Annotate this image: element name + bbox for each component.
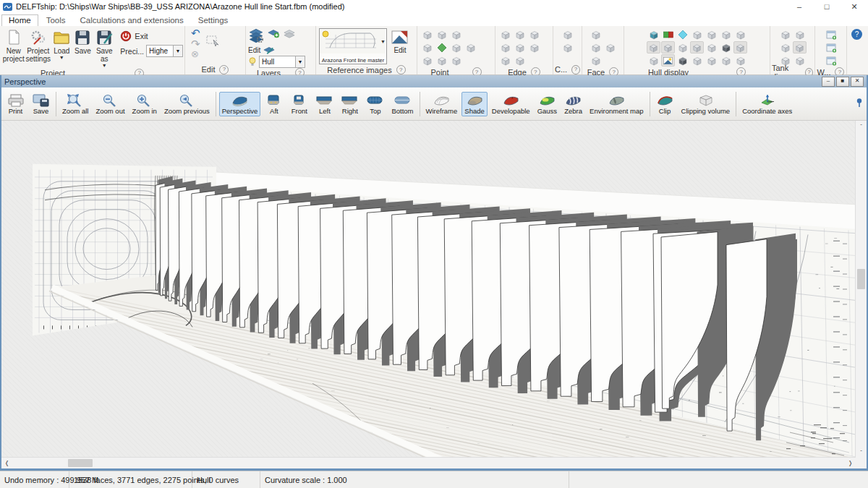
vertical-scrollbar[interactable]: ˇ︎ ˇ [855, 121, 867, 458]
project-settings-button[interactable]: Project settings [26, 27, 51, 63]
undo-icon[interactable]: ↶ [191, 27, 200, 38]
point-tool-icon-0-1[interactable] [435, 28, 448, 40]
save-as-dropdown-arrow[interactable]: ▼ [102, 63, 107, 69]
layer-visibility-bulb-icon[interactable] [247, 56, 258, 67]
edge-tool-icon-1-1[interactable] [513, 41, 527, 53]
scroll-up-arrow[interactable]: ˇ︎ [856, 121, 867, 132]
hide-layer-icon[interactable] [282, 27, 297, 39]
perspective-maximize-button[interactable]: ■ [836, 77, 849, 87]
hull-display-tool-icon-2-1[interactable] [661, 54, 675, 67]
layer-dropdown-arrow[interactable]: ▼ [295, 56, 305, 67]
vertical-scroll-thumb[interactable] [857, 269, 865, 289]
hull-display-tool-icon-1-5[interactable] [719, 41, 733, 53]
load-button[interactable]: Load ▼ [51, 27, 73, 61]
edge-tool-icon-1-0[interactable] [498, 41, 512, 53]
save-button[interactable]: Save [73, 27, 93, 55]
view-button-right[interactable]: Right [338, 92, 362, 116]
maximize-button[interactable]: □ [813, 0, 841, 13]
perspective-minimize-button[interactable]: – [822, 77, 835, 87]
view-button-clip[interactable]: Clip [653, 92, 677, 116]
point-tool-icon-1-2[interactable] [449, 41, 463, 53]
windows-group-tool-icon-0-0[interactable] [824, 28, 838, 40]
new-project-button[interactable]: New project [1, 27, 26, 63]
face-tool-icon-2-0[interactable] [589, 54, 603, 67]
edit-help-icon[interactable]: ? [219, 65, 229, 74]
view-button-clipping-volume[interactable]: Clipping volume [678, 92, 733, 116]
hull-display-tool-icon-0-1[interactable] [661, 28, 675, 40]
redo-icon[interactable]: ↷ [191, 38, 200, 49]
tab-calculations-and-extensions[interactable]: Calculations and extensions [74, 15, 190, 26]
edge-tool-icon-1-2[interactable] [527, 41, 541, 53]
view-button-left[interactable]: Left [312, 92, 336, 116]
toolbar-pushpin-icon[interactable] [855, 98, 864, 111]
face-tool-icon-0-0[interactable] [589, 28, 603, 40]
point-tool-icon-0-0[interactable] [420, 28, 434, 40]
point-tool-icon-1-0[interactable] [420, 41, 434, 53]
tank-display-tool-icon-1-0[interactable] [778, 41, 792, 53]
minimize-button[interactable]: – [786, 0, 813, 13]
reference-image-selector[interactable]: ▼ Arazona Front line master [319, 28, 387, 64]
point-tool-icon-2-0[interactable] [420, 54, 434, 67]
view-button-zoom-in[interactable]: Zoom in [129, 92, 160, 116]
reference-image-dropdown-arrow[interactable]: ▼ [380, 39, 386, 44]
edge-tool-icon-0-1[interactable] [513, 28, 527, 40]
point-tool-icon-1-1[interactable] [435, 41, 448, 53]
tank-display-tool-icon-1-1[interactable] [793, 41, 807, 53]
reference-images-help-icon[interactable]: ? [396, 65, 406, 74]
edge-tool-icon-0-2[interactable] [527, 28, 541, 40]
hull-display-tool-icon-2-0[interactable] [647, 54, 660, 67]
precision-dropdown-arrow[interactable]: ▼ [173, 46, 182, 56]
hull-display-tool-icon-2-2[interactable] [676, 54, 689, 67]
hull-display-tool-icon-1-2[interactable] [676, 41, 689, 53]
hull-display-tool-icon-1-4[interactable] [705, 41, 718, 53]
curve-tool-icon-0-0[interactable] [561, 28, 574, 40]
view-button-zebra[interactable]: Zebra [561, 92, 585, 116]
view-button-print[interactable]: Print [4, 92, 27, 116]
view-button-perspective[interactable]: Perspective [219, 92, 261, 116]
scroll-left-arrow[interactable]: ❬ [1, 458, 12, 468]
tank-display-tool-icon-0-0[interactable] [778, 28, 792, 40]
curve-tool-icon-1-0[interactable] [561, 41, 574, 53]
hull-display-tool-icon-2-4[interactable] [705, 54, 718, 67]
view-button-wireframe[interactable]: Wireframe [423, 92, 461, 116]
exit-button[interactable]: Exit [120, 30, 183, 42]
view-button-environment-map[interactable]: Environment map [587, 92, 646, 116]
view-button-zoom-all[interactable]: Zoom all [59, 92, 91, 116]
ribbon-help-icon[interactable]: ? [851, 29, 862, 40]
hull-display-tool-icon-2-3[interactable] [690, 54, 704, 67]
edge-tool-icon-2-1[interactable] [513, 54, 527, 67]
horizontal-scroll-thumb[interactable] [68, 459, 93, 467]
view-button-front[interactable]: Front [287, 92, 311, 116]
point-tool-icon-2-2[interactable] [449, 54, 463, 67]
hull-display-tool-icon-0-2[interactable] [676, 28, 689, 40]
hull-display-tool-icon-2-5[interactable] [719, 54, 733, 67]
hull-display-tool-icon-0-4[interactable] [705, 28, 718, 40]
point-tool-icon-1-3[interactable] [464, 41, 477, 53]
windows-group-tool-icon-2-0[interactable] [824, 54, 838, 67]
viewport-canvas[interactable] [1, 121, 856, 458]
tab-settings[interactable]: Settings [192, 15, 235, 26]
layers-edit-icon[interactable] [247, 27, 265, 43]
delete-icon[interactable]: ⊗ [191, 49, 200, 59]
horizontal-scrollbar[interactable]: ❬ ❭ [1, 457, 856, 468]
view-button-zoom-out[interactable]: Zoom out [93, 92, 127, 116]
close-button[interactable]: ✕ [841, 0, 868, 13]
hull-display-tool-icon-2-6[interactable] [733, 54, 747, 67]
tab-tools[interactable]: Tools [40, 15, 72, 26]
point-tool-icon-2-1[interactable] [435, 54, 448, 67]
add-layer-icon[interactable] [266, 27, 281, 39]
face-tool-icon-1-1[interactable] [603, 41, 617, 53]
edit-reference-image-button[interactable]: Edit [388, 27, 412, 56]
edge-tool-icon-0-0[interactable] [498, 28, 512, 40]
view-button-aft[interactable]: Aft [262, 92, 286, 116]
select-tool-icon[interactable] [205, 33, 221, 48]
hull-display-tool-icon-0-0[interactable] [647, 28, 660, 40]
hull-display-tool-icon-1-3[interactable] [690, 41, 704, 53]
view-button-save[interactable]: Save [29, 92, 53, 116]
hull-display-tool-icon-0-5[interactable] [719, 28, 733, 40]
scroll-right-arrow[interactable]: ❭ [845, 458, 856, 468]
edge-tool-icon-2-0[interactable] [498, 54, 512, 67]
active-layer-select[interactable]: Hull ▼ [259, 56, 305, 68]
hull-display-tool-icon-1-1[interactable] [661, 41, 675, 53]
perspective-window-titlebar[interactable]: Perspective – ■ ✕ [1, 75, 867, 87]
